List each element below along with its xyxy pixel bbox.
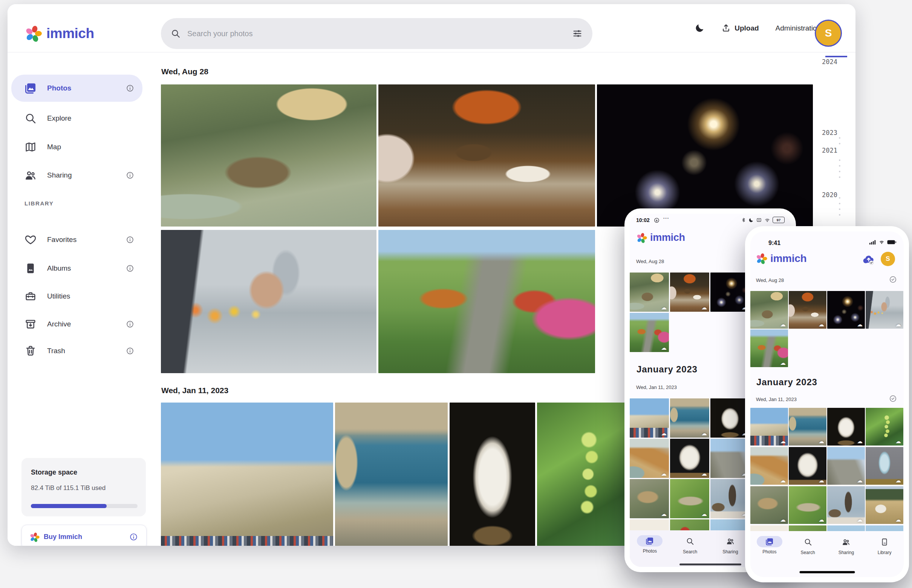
info-icon[interactable]	[126, 84, 134, 92]
photo-autumn-park-path[interactable]	[378, 230, 595, 373]
photo-marble-bust[interactable]	[450, 402, 535, 546]
home-indicator[interactable]	[680, 564, 741, 565]
photo-dinner-table[interactable]	[378, 84, 595, 226]
home-indicator[interactable]	[799, 571, 855, 573]
search-input[interactable]	[187, 29, 566, 39]
search-bar[interactable]	[161, 18, 592, 49]
photo-coastal-town[interactable]	[335, 402, 448, 546]
sidebar-item-utilities[interactable]: Utilities	[11, 284, 142, 309]
sidebar-item-label: Archive	[47, 320, 71, 328]
immich-logo[interactable]: immich	[24, 24, 94, 43]
search-filters-icon[interactable]	[572, 28, 583, 39]
photo-farm-house[interactable]: ☁	[866, 486, 903, 524]
photo-dinner-table[interactable]: ☁	[789, 291, 826, 329]
upload-button[interactable]: Upload	[721, 23, 759, 33]
nav-item-search[interactable]: Search	[670, 530, 710, 567]
info-icon[interactable]	[126, 347, 134, 355]
info-icon[interactable]	[126, 264, 134, 273]
photo-dinner-table[interactable]: ☁	[670, 273, 709, 312]
immich-flower-icon	[29, 532, 40, 543]
info-icon[interactable]	[129, 533, 138, 541]
photo-dubrovnik-fortress[interactable]: ☁	[630, 398, 669, 438]
photo-lizard-rock[interactable]: ☁	[630, 479, 669, 518]
nav-item-photos[interactable]: Photos	[750, 531, 789, 577]
photo-lizard-moss[interactable]: ☁	[789, 486, 826, 524]
dark-mode-moon-icon[interactable]	[694, 23, 705, 33]
buy-immich-button[interactable]: Buy Immich	[21, 525, 147, 546]
nav-item-sharing[interactable]: Sharing	[710, 530, 751, 567]
photo-coastal-town[interactable]: ☁	[789, 408, 826, 446]
photo-castle-ruin[interactable]: ☁	[827, 447, 865, 485]
sidebar-item-map[interactable]: Map	[11, 135, 142, 159]
timeline-scrubber-handle[interactable]	[825, 56, 847, 57]
administration-link[interactable]: Administration	[776, 24, 821, 32]
photo-lizard-rock[interactable]: ☁	[750, 486, 788, 524]
sidebar-item-trash[interactable]: Trash	[11, 339, 142, 363]
info-icon[interactable]	[126, 320, 134, 328]
photo-coastal-town[interactable]: ☁	[670, 398, 709, 438]
photo-dubrovnik-fortress[interactable]	[161, 402, 333, 546]
cloud-sync-icon: ☁	[857, 517, 863, 523]
photo-marble-sculpture[interactable]: ☁	[670, 439, 709, 478]
photo-winter-church[interactable]: ☁	[827, 486, 865, 524]
sidebar-item-explore[interactable]: Explore	[11, 106, 142, 131]
photo-fireworks[interactable]: ☁	[710, 273, 750, 312]
photo-monkeys-zoo[interactable]	[161, 84, 376, 226]
cloud-sync-icon: ☁	[701, 471, 707, 477]
photo-fireworks[interactable]	[597, 84, 813, 226]
photo-lizard-moss[interactable]: ☁	[670, 479, 709, 518]
nav-item-library[interactable]: Library	[865, 531, 904, 577]
storage-space-panel: Storage space 82.4 TiB of 115.1 TiB used	[21, 458, 146, 516]
user-avatar[interactable]: S	[815, 19, 842, 47]
scrubber-year[interactable]: 2023	[810, 129, 838, 136]
photo-monkeys-zoo[interactable]: ☁	[750, 291, 788, 329]
phone1-status-icons: 97	[741, 217, 784, 223]
photo-marble-bust[interactable]: ☁	[710, 398, 750, 438]
photo-green-berries[interactable]	[537, 402, 630, 546]
info-icon[interactable]	[126, 171, 134, 179]
photo-porcelain-tower[interactable]: ☁	[866, 447, 903, 485]
photo-marble-sculpture[interactable]: ☁	[789, 447, 826, 485]
photo-green-berries[interactable]: ☁	[866, 408, 903, 446]
photo-monkeys-zoo[interactable]: ☁	[630, 273, 669, 312]
cloud-sync-icon: ☁	[661, 512, 667, 517]
cloud-sync-icon: ☁	[896, 439, 901, 444]
scrubber-year[interactable]: 2021	[810, 147, 838, 154]
phone2-immich-logo: immich	[755, 252, 807, 265]
photo-cliff-beach[interactable]: ☁	[630, 439, 669, 478]
photo-cliff-beach[interactable]: ☁	[750, 447, 788, 485]
photo-marble-bust[interactable]: ☁	[827, 408, 865, 446]
cloud-sync-icon: ☁	[780, 360, 786, 366]
nav-item-photos[interactable]: Photos	[630, 530, 670, 567]
sidebar-item-favorites[interactable]: Favorites	[11, 228, 142, 252]
user-avatar[interactable]: S	[881, 252, 895, 266]
select-all-check-icon[interactable]	[889, 276, 897, 283]
sidebar-item-sharing[interactable]: Sharing	[11, 163, 142, 187]
photo-holding-hands[interactable]	[161, 230, 376, 373]
avatar-initial: S	[886, 255, 890, 263]
sidebar-item-photos[interactable]: Photos	[11, 74, 142, 102]
info-icon[interactable]	[126, 236, 134, 244]
cloud-backup-icon[interactable]	[862, 253, 875, 267]
sidebar-section-library: LIBRARY	[24, 200, 53, 207]
cloud-sync-icon: ☁	[857, 322, 863, 328]
search-icon	[171, 29, 181, 39]
photo-castle-ruin[interactable]: ☁	[710, 439, 750, 478]
photo-dubrovnik-fortress[interactable]: ☁	[750, 408, 788, 446]
scrubber-year[interactable]: 2024	[810, 58, 838, 66]
photo-holding-hands[interactable]: ☁	[866, 291, 903, 329]
cloud-sync-icon: ☁	[857, 478, 863, 484]
photo-winter-church[interactable]: ☁	[710, 479, 750, 518]
photo-autumn-park-path[interactable]: ☁	[750, 330, 788, 367]
nav-item-sharing[interactable]: Sharing	[827, 531, 866, 577]
nav-item-search[interactable]: Search	[789, 531, 827, 577]
photos-icon	[765, 538, 774, 546]
phone1-date-heading: Wed, Jan 11, 2023	[636, 384, 677, 390]
select-all-check-icon[interactable]	[889, 395, 897, 402]
photo-autumn-park-path[interactable]: ☁	[630, 313, 669, 352]
sidebar-item-archive[interactable]: Archive	[11, 312, 142, 336]
logo-wordmark: immich	[650, 232, 685, 244]
photo-fireworks[interactable]: ☁	[827, 291, 865, 329]
sidebar-item-albums[interactable]: Albums	[11, 256, 142, 280]
scrubber-year[interactable]: 2020	[810, 191, 838, 199]
